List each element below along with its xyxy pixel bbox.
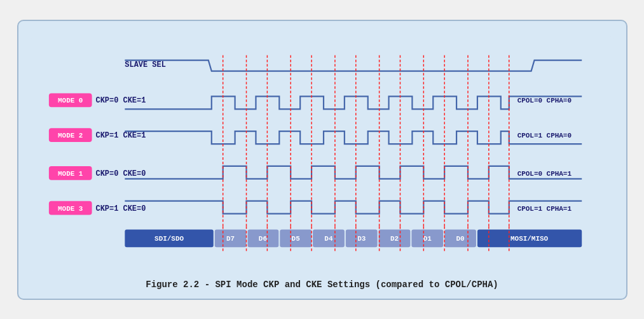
sdi-sdo-label: SDI/SDO (154, 235, 184, 243)
mosi-miso-label: MOSI/MISO (510, 235, 549, 243)
d7-label: D7 (226, 235, 235, 243)
d5-label: D5 (291, 235, 299, 243)
mode3-label: MODE 3 (58, 204, 83, 212)
timing-diagram: .label-text { font-family: 'Courier New'… (31, 32, 613, 274)
mode1-cpol: CPOL=0 CPHA=1 (517, 169, 572, 177)
d3-label: D3 (357, 235, 366, 243)
mode1-params: CKP=0 CKE=0 (95, 169, 146, 178)
d0-label: D0 (456, 235, 464, 243)
mode2-label: MODE 2 (58, 132, 83, 139)
diagram-container: .label-text { font-family: 'Courier New'… (17, 20, 627, 300)
d1-label: D1 (423, 235, 432, 243)
d6-label: D6 (258, 235, 266, 243)
d4-label: D4 (324, 235, 333, 243)
mode0-label: MODE 0 (58, 97, 83, 104)
mode3-cpol: CPOL=1 CPHA=1 (517, 204, 572, 212)
figure-caption: Figure 2.2 - SPI Mode CKP and CKE Settin… (31, 280, 613, 290)
mode3-params: CKP=1 CKE=0 (95, 204, 146, 213)
mode1-label: MODE 1 (58, 169, 83, 177)
mode0-cpol: CPOL=0 CPHA=0 (517, 97, 571, 104)
slave-sel-label: SLAVE SEL (125, 60, 165, 69)
mode2-cpol: CPOL=1 CPHA=0 (517, 132, 571, 139)
d2-label: D2 (390, 235, 398, 243)
mode0-params: CKP=0 CKE=1 (95, 96, 146, 105)
mode2-params: CKP=1 CKE=1 (95, 131, 146, 140)
